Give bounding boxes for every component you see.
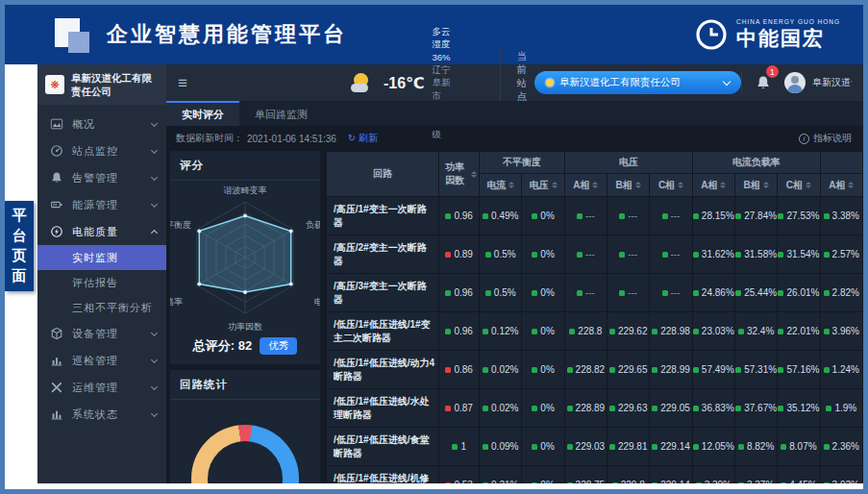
sort-icon[interactable] xyxy=(508,182,514,188)
status-dot xyxy=(693,290,699,296)
sidebar-item-alarm-mgmt[interactable]: 告警管理 xyxy=(37,164,166,191)
sidebar-item-label: 巡检管理 xyxy=(72,354,143,368)
status-dot xyxy=(485,252,491,258)
table-cell: 229.14 xyxy=(650,428,692,466)
table-row[interactable]: /低压/1#低压进线/1#变主二次断路器0.960.12%0%228.8229.… xyxy=(327,312,863,351)
table-cell: 0% xyxy=(522,312,564,351)
status-dot xyxy=(824,252,830,258)
table-cell: 229.65 xyxy=(608,351,650,389)
table-cell: 0% xyxy=(522,197,564,235)
col-header-current-load-rate-phase-c[interactable]: C相 xyxy=(778,174,820,197)
col-header-voltage-phase-c[interactable]: C相 xyxy=(650,174,692,197)
status-dot xyxy=(445,252,451,258)
sidebar-item-station-monitor[interactable]: 站点监控 xyxy=(37,137,166,164)
sort-icon[interactable] xyxy=(720,182,726,188)
tab-single-circuit[interactable]: 单回路监测 xyxy=(239,101,323,126)
status-dot xyxy=(735,290,741,296)
content-topbar: ≡ -16℃ 多云 湿度36% 辽宁 阜新市 西北风 7级 当前站点 : 阜新汉… xyxy=(166,64,863,101)
table-cell: 36.83% xyxy=(692,389,734,428)
sort-icon[interactable] xyxy=(635,182,641,188)
brand-name-cn: 中能国宏 xyxy=(736,25,840,52)
col-header-unbalance-voltage[interactable]: 电压 xyxy=(522,174,564,197)
sidebar-item-device-mgmt[interactable]: 设备管理 xyxy=(37,320,166,347)
sidebar-item-label: 站点监控 xyxy=(72,144,143,159)
sort-icon[interactable] xyxy=(592,182,598,188)
col-header-voltage-phase-a[interactable]: A相 xyxy=(564,174,607,197)
sort-icon[interactable] xyxy=(552,182,558,188)
brand-logo: CHINA ENERGY GUO HONG 中能国宏 xyxy=(694,17,840,52)
status-dot xyxy=(735,213,741,219)
sidebar-item-ops-mgmt[interactable]: 运维管理 xyxy=(37,374,166,401)
sort-icon[interactable] xyxy=(806,182,811,188)
sidebar-subitem-three-phase-analysis[interactable]: 三相不平衡分析 xyxy=(37,295,166,320)
table-row[interactable]: /低压/1#低压进线/食堂断路器10.09%0%229.03229.81229.… xyxy=(327,428,863,466)
user-avatar xyxy=(784,72,806,93)
sidebar-item-system-status[interactable]: 系统状态 xyxy=(37,401,166,428)
status-dot xyxy=(662,290,668,296)
table-cell: 0.02% xyxy=(480,389,522,428)
table-cell: 0% xyxy=(522,389,564,428)
status-dot xyxy=(652,367,657,373)
notifications-button[interactable]: 1 xyxy=(741,71,784,94)
col-group-last-group xyxy=(820,152,862,174)
status-dot xyxy=(824,482,830,484)
tab-realtime-score[interactable]: 实时评分 xyxy=(166,101,239,126)
sort-icon[interactable] xyxy=(678,182,683,188)
status-dot xyxy=(824,213,830,219)
table-cell: 228.89 xyxy=(564,389,607,428)
table-cell: 0% xyxy=(522,274,564,312)
menu-collapse-icon[interactable]: ≡ xyxy=(178,75,187,91)
table-row[interactable]: /高压/1#变主一次断路器0.960.49%0%---------28.15%2… xyxy=(327,197,863,235)
user-menu[interactable]: 阜新汉道化工有限责任公司 xyxy=(784,72,852,93)
status-dot xyxy=(445,367,451,373)
platform-title: 企业智慧用能管理平台 xyxy=(107,20,347,49)
refresh-button[interactable]: ↻ 刷新 xyxy=(348,132,378,145)
sidebar-subitem-evaluation-report[interactable]: 评估报告 xyxy=(37,270,166,295)
tab-bar: 实时评分 单回路监测 xyxy=(166,101,863,126)
main-content: ≡ -16℃ 多云 湿度36% 辽宁 阜新市 西北风 7级 当前站点 : 阜新汉… xyxy=(166,64,863,483)
table-cell: 57.31% xyxy=(734,351,777,389)
sort-icon[interactable] xyxy=(471,171,477,178)
status-dot xyxy=(609,406,615,411)
table-cell: 0% xyxy=(522,351,564,389)
status-dot xyxy=(696,482,702,484)
table-row[interactable]: /高压/3#变主一次断路器0.960.5%0%---------24.86%25… xyxy=(327,274,863,312)
status-dot xyxy=(532,482,537,484)
col-header-voltage-phase-b[interactable]: B相 xyxy=(608,174,650,197)
status-dot xyxy=(567,482,573,484)
col-header-current-load-rate-phase-a[interactable]: A相 xyxy=(692,174,734,197)
table-row[interactable]: /低压/1#低压进线/机修断路器0.530.21%0%228.75229.822… xyxy=(327,466,863,484)
col-header-current-load-rate-phase-b[interactable]: B相 xyxy=(734,174,777,197)
table-cell: 27.53% xyxy=(778,197,820,235)
sidebar-item-inspection-mgmt[interactable]: 巡检管理 xyxy=(37,347,166,374)
radar-axis-label: 合格率 xyxy=(170,296,183,309)
sidebar-subitem-realtime-monitor[interactable]: 实时监测 xyxy=(37,245,166,270)
circuit-name: /低压/1#低压进线/水处理断路器 xyxy=(327,389,439,428)
col-header-power-factor[interactable]: 功率因数 xyxy=(439,152,480,197)
col-header-unbalance-current[interactable]: 电流 xyxy=(480,174,522,197)
circuit-name: /低压/1#低压进线/机修断路器 xyxy=(327,466,439,484)
station-dropdown[interactable]: 阜新汉道化工有限责任公司 xyxy=(534,71,741,94)
col-header-last-group-phase-a[interactable]: A相 xyxy=(820,174,862,197)
table-cell: --- xyxy=(564,274,607,312)
sort-icon[interactable] xyxy=(763,182,769,188)
table-cell: 23.03% xyxy=(692,312,734,351)
sidebar-item-energy-mgmt[interactable]: 能源管理 xyxy=(37,191,166,218)
sidebar-item-power-quality[interactable]: 电能质量 xyxy=(37,218,166,245)
table-cell: 0.87 xyxy=(439,389,480,428)
indicator-help-button[interactable]: i 指标说明 xyxy=(799,132,852,145)
status-dot xyxy=(532,213,537,219)
overview-icon xyxy=(50,117,63,131)
notification-badge: 1 xyxy=(766,65,779,78)
sidebar-item-overview[interactable]: 概况 xyxy=(37,111,166,137)
table-row[interactable]: /低压/1#低压进线/水处理断路器0.870.02%0%228.89229.63… xyxy=(327,389,863,428)
table-cell: 1.24% xyxy=(820,351,862,389)
table-row[interactable]: /低压/1#低压进线/动力4断路器0.860.02%0%228.82229.65… xyxy=(327,351,863,389)
weather-icon xyxy=(351,73,376,92)
sort-icon[interactable] xyxy=(848,182,854,188)
status-dot xyxy=(609,444,615,450)
table-cell: 228.99 xyxy=(650,351,692,389)
table-row[interactable]: /高压/2#变主一次断路器0.890.5%0%---------31.62%31… xyxy=(327,235,863,274)
sidebar-company: ❋ 阜新汉道化工有限责任公司 xyxy=(37,64,166,105)
table-cell: --- xyxy=(650,235,692,274)
